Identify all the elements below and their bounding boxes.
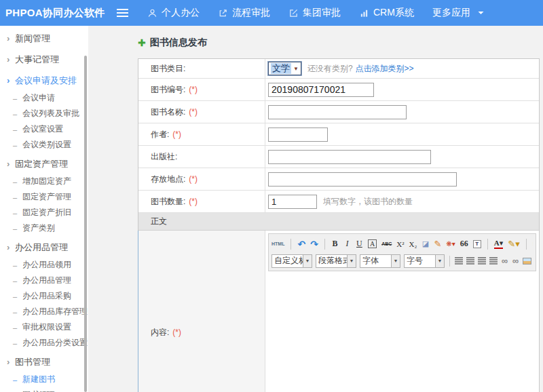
- top-header-bar: PHPOA协同办公软件 个人办公流程审批集团审批CRM系统更多应用: [0, 0, 543, 26]
- sidebar-subitem-label: 办公用品管理: [22, 275, 71, 286]
- sidebar-subitem-label: 办公用品采购: [22, 290, 71, 302]
- redo-icon[interactable]: ↷: [310, 238, 318, 250]
- font-color-icon[interactable]: A▾: [494, 239, 503, 249]
- nav-item-personal-office[interactable]: 个人办公: [147, 7, 200, 19]
- sidebar-subitem-fixed-assets-1[interactable]: –固定资产管理: [0, 189, 88, 205]
- select-caret-icon: ▼: [391, 255, 400, 267]
- dash-icon: –: [13, 324, 17, 332]
- sidebar-subitem-office-supplies-0[interactable]: –办公用品领用: [0, 257, 88, 273]
- select-caret-icon: ▼: [293, 66, 299, 72]
- align-right-icon[interactable]: [478, 255, 486, 267]
- sidebar-subitem-meeting-management-0[interactable]: –会议申请: [0, 90, 88, 106]
- eraser-icon[interactable]: ◪: [422, 238, 429, 250]
- sidebar-subitem-meeting-management-1[interactable]: –会议列表及审批: [0, 106, 88, 121]
- sidebar-item-news-management[interactable]: ›新闻管理: [0, 28, 88, 48]
- nav-item-label: 个人办公: [162, 7, 200, 19]
- sidebar-subitem-office-supplies-4[interactable]: –审批权限设置: [0, 319, 88, 335]
- align-center-icon[interactable]: [466, 255, 474, 267]
- sidebar-subitem-label: 审批权限设置: [22, 321, 71, 333]
- sidebar-subitem-meeting-management-3[interactable]: –会议类别设置: [0, 137, 88, 153]
- sidebar-subitem-fixed-assets-0[interactable]: –增加固定资产: [0, 174, 88, 189]
- undo-icon[interactable]: ↶: [297, 238, 305, 250]
- form-value-cell: [265, 101, 539, 123]
- nav-item-more-apps[interactable]: 更多应用: [432, 7, 470, 19]
- form-label-cell: 出版社:: [138, 146, 265, 168]
- top-nav: 个人办公流程审批集团审批CRM系统更多应用: [147, 7, 484, 19]
- underline-icon[interactable]: U: [356, 238, 363, 250]
- chevron-right-icon: ›: [7, 75, 10, 85]
- sidebar-group-news-management: ›新闻管理: [0, 28, 88, 48]
- book-name-input[interactable]: [268, 105, 407, 119]
- sidebar-item-meeting-management[interactable]: ›会议申请及安排: [0, 71, 88, 90]
- italic-icon[interactable]: I: [343, 238, 351, 250]
- sidebar-subitem-label: 办公用品分类设置: [22, 337, 88, 349]
- blockquote-icon[interactable]: 66: [460, 238, 468, 250]
- form-label-cell: 图书名称:(*): [138, 101, 265, 123]
- paragraph-format-select[interactable]: 段落格式▼: [316, 254, 356, 268]
- field-label: 存放地点:: [151, 174, 185, 185]
- nav-item-workflow-approval[interactable]: 流程审批: [218, 7, 270, 19]
- clean-format-icon[interactable]: ✎: [434, 238, 441, 250]
- sidebar-item-label: 图书管理: [15, 356, 50, 368]
- custom-title-select[interactable]: 自定义标题▼: [272, 254, 312, 268]
- caret-down-icon[interactable]: [478, 11, 484, 15]
- sidebar-subitem-label: 固定资产折旧: [22, 207, 71, 218]
- sidebar-subitem-fixed-assets-3[interactable]: –资产类别: [0, 220, 88, 236]
- sidebar-item-events-management[interactable]: ›大事记管理: [0, 50, 88, 69]
- toolbar-separator: [526, 239, 527, 250]
- sidebar-scrollbar[interactable]: [84, 56, 87, 392]
- book-form-table: 图书类目:文学▼还没有类别?点击添加类别>>图书编号:(*)图书名称:(*)作者…: [138, 58, 540, 392]
- align-justify-icon[interactable]: [489, 255, 498, 267]
- html-source-icon[interactable]: HTML: [272, 238, 284, 250]
- form-value-cell: [265, 79, 539, 100]
- strikethrough-icon[interactable]: ABC: [381, 238, 392, 250]
- sidebar-item-office-supplies[interactable]: ›办公用品管理: [0, 237, 88, 257]
- subscript-icon[interactable]: X₂: [409, 238, 417, 250]
- add-category-link[interactable]: 点击添加类别>>: [356, 63, 414, 75]
- field-label: 图书名称:: [151, 106, 185, 118]
- select-label: 段落格式: [316, 255, 347, 267]
- bold-icon[interactable]: B: [331, 238, 339, 250]
- book-category-select[interactable]: 文学▼: [268, 62, 301, 75]
- sidebar-subitem-label: 新建图书: [22, 374, 55, 385]
- sidebar-subitem-book-management-1[interactable]: –图书管理: [0, 387, 88, 392]
- form-label-cell: 图书类目:: [138, 59, 265, 78]
- required-mark: (*): [189, 107, 198, 117]
- toolbar-separator: [487, 239, 488, 250]
- publisher-input[interactable]: [268, 150, 431, 164]
- sidebar-subitem-book-management-0[interactable]: –新建图书: [0, 372, 88, 387]
- sidebar-subitem-label: 会议类别设置: [22, 139, 71, 151]
- quantity-input[interactable]: [268, 195, 317, 209]
- author-input[interactable]: [268, 128, 328, 142]
- sidebar-subitem-office-supplies-5[interactable]: –办公用品分类设置: [0, 335, 88, 351]
- hamburger-menu-icon[interactable]: [117, 9, 128, 17]
- nav-item-group-approval[interactable]: 集团审批: [288, 7, 341, 19]
- nav-item-crm-system[interactable]: CRM系统: [359, 7, 414, 19]
- dash-icon: –: [13, 193, 17, 201]
- font-box-icon[interactable]: A: [368, 239, 377, 248]
- sidebar-subitem-label: 图书管理: [22, 389, 55, 392]
- font-family-select[interactable]: 字体▼: [360, 254, 400, 268]
- sidebar-item-book-management[interactable]: ›图书管理: [0, 352, 88, 372]
- sidebar-subitem-meeting-management-2[interactable]: –会议室设置: [0, 121, 88, 137]
- book-number-input[interactable]: [268, 83, 374, 97]
- link-icon[interactable]: ∞: [501, 255, 508, 267]
- sidebar-subitem-fixed-assets-2[interactable]: –固定资产折旧: [0, 205, 88, 220]
- sidebar-subitem-office-supplies-1[interactable]: –办公用品管理: [0, 273, 88, 288]
- location-input[interactable]: [268, 172, 457, 187]
- select-caret-icon: ▼: [347, 255, 356, 267]
- font-size-select[interactable]: 字号▼: [404, 254, 445, 268]
- paste-text-icon[interactable]: T: [473, 240, 481, 248]
- highlight-color-icon[interactable]: ✎▾: [508, 238, 519, 250]
- sidebar-item-fixed-assets[interactable]: ›固定资产管理: [0, 154, 88, 174]
- insert-image-icon[interactable]: [523, 255, 531, 267]
- edit-icon: [288, 8, 299, 18]
- sidebar-subitem-office-supplies-3[interactable]: –办公用品库存管理: [0, 304, 88, 319]
- unlink-icon[interactable]: ∞: [512, 255, 519, 267]
- chevron-right-icon: ›: [7, 356, 10, 366]
- style-brush-icon[interactable]: ❋▾: [446, 238, 455, 250]
- superscript-icon[interactable]: X²: [396, 238, 404, 250]
- sidebar-subitem-office-supplies-2[interactable]: –办公用品采购: [0, 288, 88, 304]
- editor-content-area[interactable]: [268, 271, 536, 392]
- align-left-icon[interactable]: [455, 255, 463, 267]
